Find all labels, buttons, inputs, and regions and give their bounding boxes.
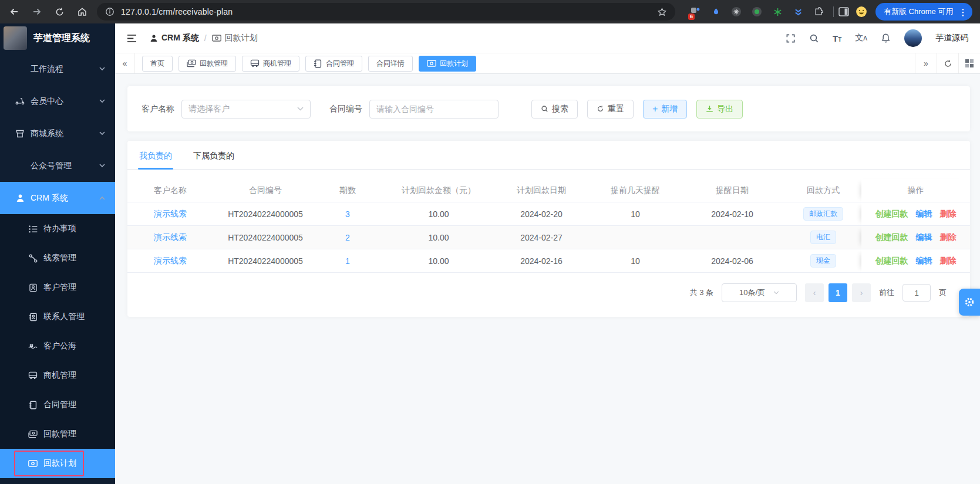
chrome-update-button[interactable]: 有新版 Chrome 可用 ⋮ <box>875 3 972 21</box>
breadcrumb-root[interactable]: CRM 系统 <box>150 33 199 43</box>
edit-link[interactable]: 编辑 <box>916 232 932 243</box>
banknote-icon <box>427 60 436 67</box>
create-receivable-link[interactable]: 创建回款 <box>875 209 908 219</box>
nav-tab[interactable]: 合同管理 <box>305 56 362 72</box>
goto-label: 前往 <box>879 287 894 298</box>
period-link[interactable]: 1 <box>345 256 350 266</box>
contract-no-cell: HT20240224000005 <box>221 202 309 226</box>
business-bus-icon <box>250 59 260 67</box>
breadcrumb: CRM 系统 / 回款计划 <box>150 33 258 43</box>
page-size-select[interactable]: 10条/页 <box>722 283 797 302</box>
sidebar-item[interactable]: 待办事项 <box>0 214 115 243</box>
extension-green-dot-icon[interactable] <box>751 6 763 18</box>
extension-asterisk-icon[interactable] <box>772 6 783 18</box>
tabs-tools: » <box>915 53 980 73</box>
sidebar-item[interactable]: 公众号管理 <box>0 150 115 182</box>
sidebar-item[interactable]: 线索管理 <box>0 243 115 273</box>
contract-notebook-icon <box>28 400 38 409</box>
bell-icon[interactable] <box>881 33 891 43</box>
col-header-amount: 计划回款金额（元） <box>386 179 491 202</box>
browser-reload-icon[interactable] <box>55 7 65 17</box>
extensions-puzzle-icon[interactable] <box>813 6 824 18</box>
user-avatar[interactable] <box>904 29 922 47</box>
app-title: 芋道管理系统 <box>33 32 90 45</box>
sidebar-item[interactable]: 商机管理 <box>0 361 115 390</box>
tab-mine[interactable]: 我负责的 <box>139 151 172 169</box>
browser-menu-icon[interactable]: ⋮ <box>958 8 967 16</box>
tabs-scroll-left-icon[interactable]: « <box>115 53 135 73</box>
toolbar-divider <box>833 6 834 17</box>
sidebar-item[interactable]: 商城系统 <box>0 117 115 150</box>
export-button[interactable]: 导出 <box>696 100 743 119</box>
table-row: 演示线索 HT20240224000005 3 10.00 2024-02-20… <box>127 202 970 226</box>
delete-link[interactable]: 删除 <box>940 232 957 243</box>
edit-link[interactable]: 编辑 <box>916 209 932 219</box>
delete-link[interactable]: 删除 <box>940 209 957 219</box>
nav-tab[interactable]: 合同详情 <box>368 56 413 72</box>
nav-tab[interactable]: 商机管理 <box>242 56 299 72</box>
reset-button[interactable]: 重置 <box>587 100 634 119</box>
fullscreen-icon[interactable] <box>786 33 796 43</box>
sidebar-item[interactable]: 工作流程 <box>0 53 115 85</box>
customer-name-label: 客户名称 <box>142 104 174 114</box>
extension-blocks-icon[interactable]: 6 <box>689 6 701 18</box>
plus-icon: + <box>652 104 658 114</box>
sidebar-item[interactable]: 会员中心 <box>0 85 115 117</box>
refresh-tab-icon[interactable] <box>937 53 958 73</box>
translate-icon[interactable]: 文A <box>855 33 867 43</box>
remind-date-cell: 2024-02-06 <box>679 249 785 273</box>
delete-link[interactable]: 删除 <box>940 256 957 266</box>
contract-no-cell: HT20240224000005 <box>221 226 309 249</box>
next-page-button[interactable]: › <box>852 283 871 302</box>
contract-no-input[interactable] <box>369 100 499 119</box>
sidebar-item[interactable]: 客户公海 <box>0 331 115 361</box>
collapse-sidebar-icon[interactable] <box>127 34 137 43</box>
sidebar-item[interactable]: 回款管理 <box>0 419 115 449</box>
customer-link[interactable]: 演示线索 <box>154 256 187 266</box>
extension-chevrons-icon[interactable] <box>792 6 804 18</box>
sidebar-item[interactable]: 客户管理 <box>0 273 115 302</box>
add-button[interactable]: + 新增 <box>643 100 687 119</box>
goto-page-input[interactable] <box>902 284 931 302</box>
col-header-period: 期数 <box>309 179 386 202</box>
nav-tab[interactable]: 回款计划 <box>419 56 476 72</box>
remind-days-cell: 10 <box>591 202 679 226</box>
customer-link[interactable]: 演示线索 <box>154 232 187 243</box>
tab-subordinate[interactable]: 下属负责的 <box>193 151 234 169</box>
browser-back-icon[interactable] <box>9 6 19 17</box>
browser-home-icon[interactable] <box>77 6 87 17</box>
theme-settings-button[interactable] <box>959 289 980 316</box>
sidebar-item[interactable]: 合同管理 <box>0 390 115 419</box>
create-receivable-link[interactable]: 创建回款 <box>875 256 908 266</box>
tabs-scroll-right-icon[interactable]: » <box>915 53 937 73</box>
period-link[interactable]: 2 <box>345 233 350 242</box>
sidebar-menu: 工作流程 会员中心 商城系统 公众号管理 <box>0 53 115 478</box>
main-area: CRM 系统 / 回款计划 TT 文A 芋道源码 « 首页 <box>115 23 980 484</box>
browser-forward-icon[interactable] <box>32 6 42 17</box>
search-button[interactable]: 搜索 <box>531 100 578 119</box>
table-row: 演示线索 HT20240224000005 2 10.00 2024-02-27… <box>127 226 970 249</box>
extension-dark-circle-icon[interactable] <box>730 6 742 18</box>
address-bar[interactable]: 127.0.0.1/crm/receivable-plan <box>97 3 675 21</box>
font-size-icon[interactable]: TT <box>833 33 841 43</box>
layout-grid-icon[interactable] <box>958 53 980 73</box>
side-panel-icon[interactable] <box>838 6 850 18</box>
nav-tab[interactable]: 回款管理 <box>179 56 236 72</box>
sidebar-item[interactable]: 联系人管理 <box>0 302 115 331</box>
customer-select[interactable]: 请选择客户 <box>181 100 311 119</box>
sidebar-item[interactable]: 回款计划 <box>0 449 115 478</box>
customer-link[interactable]: 演示线索 <box>154 209 187 219</box>
edit-link[interactable]: 编辑 <box>916 256 932 266</box>
nav-tab[interactable]: 首页 <box>142 56 173 72</box>
profile-emoji-avatar[interactable] <box>856 6 867 18</box>
site-info-icon[interactable] <box>105 7 114 16</box>
page-number-button[interactable]: 1 <box>829 283 847 302</box>
extension-drop-icon[interactable] <box>710 6 722 18</box>
bookmark-star-icon[interactable] <box>657 7 667 17</box>
create-receivable-link[interactable]: 创建回款 <box>875 232 908 243</box>
period-link[interactable]: 3 <box>345 209 350 219</box>
search-icon[interactable] <box>809 33 819 43</box>
amount-cell: 10.00 <box>386 249 491 273</box>
prev-page-button[interactable]: ‹ <box>805 283 824 302</box>
sidebar-item[interactable]: CRM 系统 <box>0 182 115 214</box>
